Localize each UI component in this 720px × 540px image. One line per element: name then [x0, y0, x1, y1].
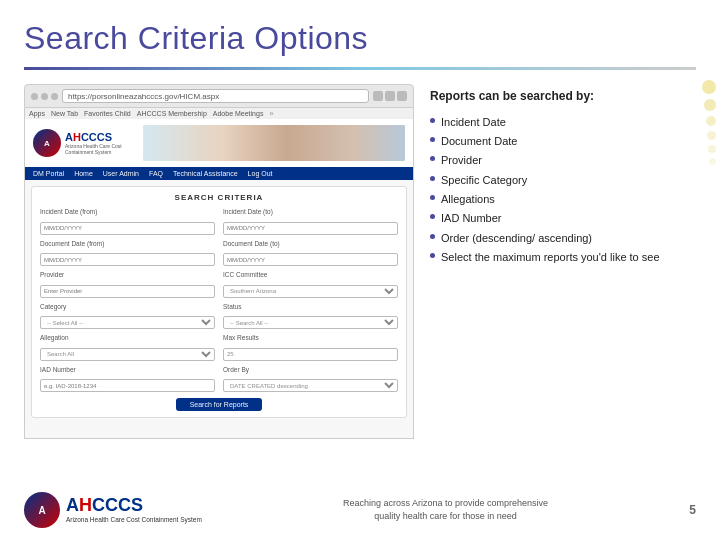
bullet-max-reports: Select the maximum reports you'd like to… — [430, 250, 696, 264]
icc-committee-group: ICC Committee Southern Arizona — [223, 271, 398, 298]
slide-container: Search Criteria Options https://porsonli… — [0, 0, 720, 540]
document-date-from-group: Document Date (from) — [40, 240, 215, 267]
bookmark-ahcccs: AHCCCS Membership — [137, 110, 207, 117]
provider-label: Provider — [40, 271, 215, 278]
portal-nav-useradmin[interactable]: User Admin — [103, 170, 139, 177]
ahcccs-logo: A AHCCCS Arizona Health Care Cost Contai… — [33, 129, 135, 157]
portal-nav-tech[interactable]: Technical Assistance — [173, 170, 238, 177]
ahcccs-site-header: A AHCCCS Arizona Health Care Cost Contai… — [25, 119, 413, 167]
status-group: Status -- Search All -- — [223, 303, 398, 330]
form-row-category: Category -- Select All -- Status -- Sear… — [40, 303, 398, 330]
order-by-select[interactable]: DATE CREATED descending — [223, 379, 398, 392]
url-bar[interactable]: https://porsonlineazahcccs.gov/HICM.aspx — [62, 89, 369, 103]
iad-number-group: IAD Number — [40, 366, 215, 393]
main-content: https://porsonlineazahcccs.gov/HICM.aspx… — [24, 84, 696, 439]
document-date-to-input[interactable] — [223, 253, 398, 266]
form-row-document-date: Document Date (from) Document Date (to) — [40, 240, 398, 267]
form-row-incident-date: Incident Date (from) Incident Date (to) — [40, 208, 398, 235]
ahcccs-full-name: Arizona Health Care Cost Containment Sys… — [65, 143, 135, 155]
bullet-dot-icon — [430, 156, 435, 161]
bullet-text-order: Order (descending/ ascending) — [441, 231, 592, 245]
footer-ahcccs-acronym: AHCCCS — [66, 495, 202, 516]
form-row-allegation: Allegation Search All Max Results — [40, 334, 398, 361]
bullet-text-max-reports: Select the maximum reports you'd like to… — [441, 250, 660, 264]
document-date-to-label: Document Date (to) — [223, 240, 398, 247]
bookmark-fav: Favorites Child — [84, 110, 131, 117]
deco-dot-5 — [708, 145, 716, 153]
status-label: Status — [223, 303, 398, 310]
max-results-label: Max Results — [223, 334, 398, 341]
bullet-specific-category: Specific Category — [430, 173, 696, 187]
bullet-dot-icon — [430, 118, 435, 123]
bullet-dot-icon — [430, 195, 435, 200]
iad-number-input[interactable] — [40, 379, 215, 392]
incident-date-to-group: Incident Date (to) — [223, 208, 398, 235]
portal-nav-home[interactable]: Home — [74, 170, 93, 177]
provider-group: Provider — [40, 271, 215, 298]
ahcccs-logo-mark: A — [33, 129, 61, 157]
deco-dot-2 — [704, 99, 716, 111]
incident-date-from-input[interactable] — [40, 222, 215, 235]
settings-icon — [385, 91, 395, 101]
bullet-dot-icon — [430, 234, 435, 239]
bullet-text-specific-category: Specific Category — [441, 173, 527, 187]
footer-full-name: Arizona Health Care Cost Containment Sys… — [66, 516, 202, 524]
bullet-dot-icon — [430, 214, 435, 219]
category-select[interactable]: -- Select All -- — [40, 316, 215, 329]
bullet-text-iad-number: IAD Number — [441, 211, 502, 225]
order-by-group: Order By DATE CREATED descending — [223, 366, 398, 393]
search-button-row: Search for Reports — [40, 398, 398, 411]
incident-date-to-input[interactable] — [223, 222, 398, 235]
allegation-select[interactable]: Search All — [40, 348, 215, 361]
document-date-from-input[interactable] — [40, 253, 215, 266]
footer-tagline-line2: quality health care for those in need — [343, 510, 548, 524]
bullet-incident-date: Incident Date — [430, 115, 696, 129]
bullet-text-allegations: Allegations — [441, 192, 495, 206]
category-group: Category -- Select All -- — [40, 303, 215, 330]
bullet-document-date: Document Date — [430, 134, 696, 148]
form-row-provider: Provider ICC Committee Southern Arizona — [40, 271, 398, 298]
ahcccs-acronym: AHCCCS — [65, 131, 135, 143]
bullet-dot-icon — [430, 176, 435, 181]
bullet-dot-icon — [430, 253, 435, 258]
footer-logo-mark: A — [24, 492, 60, 528]
banner-image — [143, 125, 405, 161]
portal-nav-dm[interactable]: DM Portal — [33, 170, 64, 177]
bookmark-newtab: New Tab — [51, 110, 78, 117]
searched-by-heading: Reports can be searched by: — [430, 88, 696, 105]
status-select[interactable]: -- Search All -- — [223, 316, 398, 329]
browser-content: A AHCCCS Arizona Health Care Cost Contai… — [24, 119, 414, 439]
portal-nav-faq[interactable]: FAQ — [149, 170, 163, 177]
incident-date-to-label: Incident Date (to) — [223, 208, 398, 215]
category-label: Category — [40, 303, 215, 310]
max-results-input[interactable] — [223, 348, 398, 361]
bullet-text-provider: Provider — [441, 153, 482, 167]
browser-chrome: https://porsonlineazahcccs.gov/HICM.aspx — [24, 84, 414, 108]
browser-window-controls — [31, 93, 58, 100]
portal-navigation: DM Portal Home User Admin FAQ Technical … — [25, 167, 413, 180]
right-info-panel: Reports can be searched by: Incident Dat… — [430, 84, 696, 439]
bookmark-more: » — [269, 110, 273, 117]
footer-logo-text-block: AHCCCS Arizona Health Care Cost Containm… — [66, 495, 202, 524]
more-icon — [397, 91, 407, 101]
iad-number-label: IAD Number — [40, 366, 215, 373]
search-criteria-form: SEARCH CRITERIA Incident Date (from) Inc… — [31, 186, 407, 418]
browser-bookmarks-bar: Apps New Tab Favorites Child AHCCCS Memb… — [24, 108, 414, 119]
page-number: 5 — [689, 503, 696, 517]
portal-nav-logout[interactable]: Log Out — [248, 170, 273, 177]
footer-tagline-line1: Reaching across Arizona to provide compr… — [343, 497, 548, 511]
bullet-dot-icon — [430, 137, 435, 142]
bullet-order: Order (descending/ ascending) — [430, 231, 696, 245]
bookmark-icon — [373, 91, 383, 101]
incident-date-from-group: Incident Date (from) — [40, 208, 215, 235]
bookmark-adobe: Adobe Meetings — [213, 110, 264, 117]
icc-committee-select[interactable]: Southern Arizona — [223, 285, 398, 298]
deco-dot-6 — [709, 158, 716, 165]
bullet-allegations: Allegations — [430, 192, 696, 206]
deco-dot-4 — [707, 131, 716, 140]
bullet-list: Incident Date Document Date Provider Spe… — [430, 115, 696, 264]
search-reports-button[interactable]: Search for Reports — [176, 398, 263, 411]
incident-date-from-label: Incident Date (from) — [40, 208, 215, 215]
provider-input[interactable] — [40, 285, 215, 298]
slide-footer: A AHCCCS Arizona Health Care Cost Contai… — [24, 492, 696, 528]
